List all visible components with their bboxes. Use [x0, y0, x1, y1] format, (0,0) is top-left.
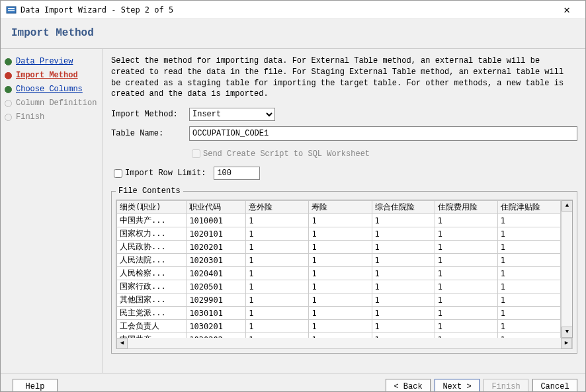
next-button[interactable]: Next >: [435, 379, 480, 392]
help-button[interactable]: Help: [13, 379, 58, 392]
table-cell: 1: [246, 294, 309, 307]
scroll-down-arrow[interactable]: ▼: [562, 327, 573, 338]
table-cell: 国家权力...: [117, 227, 187, 241]
step-column-definition: Column Definition: [3, 97, 100, 109]
table-cell: 1: [497, 241, 560, 254]
table-header[interactable]: 综合住院险: [372, 201, 435, 214]
table-header[interactable]: 细类(职业): [117, 201, 187, 214]
description-text: Select the method for importing data. Fo…: [111, 56, 577, 100]
table-cell: 1: [309, 280, 372, 294]
scroll-up-arrow[interactable]: ▲: [562, 200, 573, 212]
table-row[interactable]: 国家行政...102050111111: [117, 280, 561, 294]
table-header[interactable]: 住院津贴险: [497, 201, 560, 214]
table-row[interactable]: 人民法院...102030111111: [117, 254, 561, 267]
table-cell: 工会负责人: [117, 320, 187, 333]
table-row[interactable]: 人民检察...102040111111: [117, 267, 561, 280]
import-method-select[interactable]: Insert: [189, 108, 275, 121]
file-contents-table-container: 细类(职业)职业代码意外险寿险综合住院险住院费用险住院津贴险 中国共产...10…: [116, 200, 573, 338]
table-cell: 1: [435, 227, 497, 241]
table-cell: 1: [246, 267, 309, 280]
step-label: Data Preview: [16, 57, 73, 66]
table-header[interactable]: 住院费用险: [435, 201, 497, 214]
table-row[interactable]: 中国共产...101000111111: [117, 214, 561, 227]
table-cell: 1030201: [187, 320, 246, 333]
table-cell: 1: [246, 214, 309, 227]
finish-button: Finish: [483, 379, 528, 392]
table-cell: 1: [309, 254, 372, 267]
table-cell: 1: [497, 254, 560, 267]
table-row[interactable]: 其他国家...102990111111: [117, 294, 561, 307]
table-name-input[interactable]: [189, 126, 577, 141]
table-cell: 1: [497, 227, 560, 241]
table-cell: 1: [435, 241, 497, 254]
svg-rect-1: [8, 8, 15, 9]
table-cell: 1: [372, 254, 435, 267]
send-script-checkbox: [192, 149, 200, 158]
page-title: Import Method: [11, 27, 575, 39]
window-title: Data Import Wizard - Step 2 of 5: [21, 5, 554, 15]
table-cell: 1020201: [187, 241, 246, 254]
table-cell: 1: [309, 241, 372, 254]
table-cell: 1020101: [187, 227, 246, 241]
step-label: Import Method: [16, 71, 78, 80]
page-header: Import Method: [1, 19, 585, 49]
scroll-track[interactable]: [562, 212, 572, 327]
table-cell: 1: [372, 227, 435, 241]
scroll-right-arrow[interactable]: ▶: [561, 338, 572, 349]
table-row[interactable]: 人民政协...102020111111: [117, 241, 561, 254]
table-cell: 1: [372, 267, 435, 280]
table-row[interactable]: 国家权力...102010111111: [117, 227, 561, 241]
step-dot-icon: [5, 114, 12, 121]
table-cell: 人民法院...: [117, 254, 187, 267]
vertical-scrollbar[interactable]: ▲ ▼: [561, 200, 572, 338]
step-dot-icon: [5, 72, 12, 79]
table-cell: 人民检察...: [117, 267, 187, 280]
step-choose-columns[interactable]: Choose Columns: [3, 83, 100, 95]
table-cell: 人民政协...: [117, 241, 187, 254]
table-cell: 1: [309, 227, 372, 241]
table-cell: 1: [372, 294, 435, 307]
table-row[interactable]: 民主党派...103010111111: [117, 307, 561, 320]
table-cell: 1020301: [187, 254, 246, 267]
table-cell: 1: [497, 280, 560, 294]
table-cell: 1: [246, 241, 309, 254]
step-data-preview[interactable]: Data Preview: [3, 56, 100, 67]
svg-rect-2: [8, 10, 15, 11]
table-cell: 1: [246, 254, 309, 267]
import-method-label: Import Method:: [111, 110, 189, 119]
table-row[interactable]: 工会负责人103020111111: [117, 320, 561, 333]
table-name-label: Table Name:: [111, 129, 189, 138]
step-label: Choose Columns: [16, 85, 83, 94]
table-header[interactable]: 意外险: [246, 201, 309, 214]
file-contents-legend: File Contents: [116, 186, 183, 196]
close-button[interactable]: ✕: [554, 3, 580, 17]
table-cell: 1: [246, 307, 309, 320]
table-cell: 1: [435, 320, 497, 333]
row-limit-checkbox[interactable]: [114, 169, 122, 178]
table-cell: 1: [435, 214, 497, 227]
cancel-button[interactable]: Cancel: [532, 379, 577, 392]
table-cell: 1: [372, 280, 435, 294]
table-cell: 1: [497, 214, 560, 227]
table-cell: 1: [497, 267, 560, 280]
table-cell: 1029901: [187, 294, 246, 307]
row-limit-input[interactable]: [214, 167, 260, 180]
back-button[interactable]: < Back: [386, 379, 431, 392]
horizontal-scrollbar[interactable]: ◀ ▶: [116, 338, 573, 349]
table-cell: 1: [435, 280, 497, 294]
step-dot-icon: [5, 86, 12, 93]
scroll-track[interactable]: [128, 338, 561, 348]
app-icon: [6, 5, 17, 15]
table-cell: 中国共产...: [117, 214, 187, 227]
step-import-method[interactable]: Import Method: [3, 69, 100, 81]
table-cell: 1: [246, 280, 309, 294]
table-header[interactable]: 寿险: [309, 201, 372, 214]
scroll-left-arrow[interactable]: ◀: [116, 338, 128, 349]
step-finish: Finish: [3, 111, 100, 123]
table-cell: 1: [497, 320, 560, 333]
file-contents-fieldset: File Contents 细类(职业)职业代码意外险寿险综合住院险住院费用险住…: [111, 186, 577, 354]
table-cell: 1: [309, 294, 372, 307]
table-cell: 1: [246, 227, 309, 241]
table-cell: 1: [372, 320, 435, 333]
table-header[interactable]: 职业代码: [187, 201, 246, 214]
